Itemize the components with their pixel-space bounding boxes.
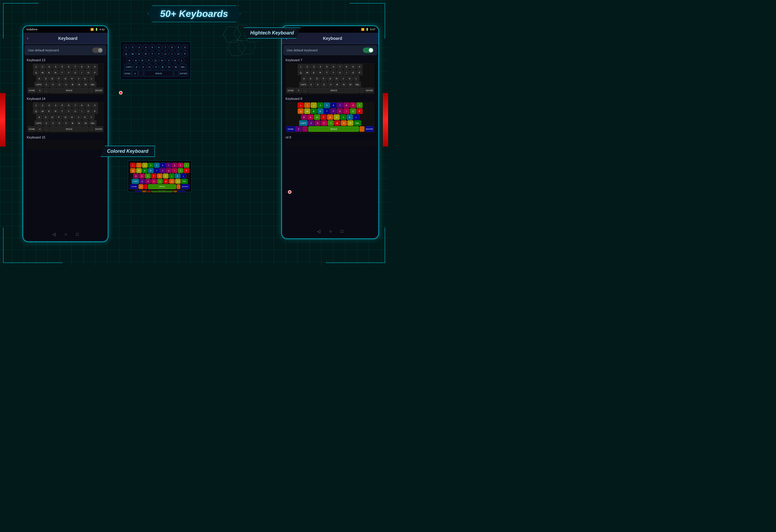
key[interactable]: K [172,57,178,63]
key[interactable]: Q [298,108,304,114]
key[interactable]: H [163,174,168,178]
key[interactable]: G [327,76,333,81]
key[interactable]: X [315,120,321,126]
key[interactable]: T [149,51,155,57]
key[interactable]: # [132,70,138,76]
key[interactable]: S [43,114,49,120]
key[interactable]: 4 [143,44,149,50]
keyboard-8[interactable]: 1 2 3 4 5 6 7 8 9 0 Q [285,102,375,133]
key-enter-7[interactable]: ENTER [365,88,374,93]
toggle-left[interactable] [92,47,103,53]
key[interactable]: 7 [337,102,343,108]
nav-home-right[interactable]: ○ [329,229,332,234]
key[interactable]: T [154,168,159,173]
key[interactable]: 3 [46,102,52,108]
key-enter[interactable]: ENTER [94,88,103,93]
key[interactable]: U [72,108,78,114]
key-done-14[interactable]: DONE [28,126,36,131]
key[interactable]: E [311,70,317,75]
key[interactable]: 9 [350,64,356,69]
key[interactable]: N [169,179,175,184]
key[interactable]: 4 [317,102,323,108]
key[interactable]: F [151,174,157,178]
key-space-7[interactable]: SPACE [309,88,359,93]
key-4[interactable]: 4 [53,64,58,69]
key[interactable]: L [353,76,359,81]
key[interactable]: 2 [304,102,310,108]
key[interactable]: 5 [149,44,155,50]
key-del-7[interactable]: DEL [354,82,361,87]
key-w[interactable]: W [39,70,45,75]
key[interactable]: X [315,82,321,87]
key[interactable]: B [69,120,75,126]
key-k[interactable]: K [82,76,88,81]
key[interactable]: S [133,57,139,63]
key[interactable]: O [178,168,183,173]
key[interactable]: V [153,64,159,70]
key[interactable]: G [153,57,159,63]
keyboard-7[interactable]: 1 2 3 4 5 6 7 8 9 0 Q [285,63,375,94]
key[interactable]: W [39,108,45,114]
key[interactable]: R [53,108,58,114]
key[interactable]: 1 [33,102,39,108]
key-6[interactable]: 6 [66,64,72,69]
key-p[interactable]: P [92,70,98,75]
key[interactable]: H [69,114,75,120]
key-caps-7[interactable]: CAPS [299,82,308,87]
key[interactable]: V [328,82,334,87]
key[interactable]: D [314,76,320,81]
key[interactable]: 0 [357,64,363,69]
key[interactable]: B [160,64,166,70]
key[interactable]: 5 [324,102,330,108]
key[interactable]: Y [331,70,336,75]
key[interactable]: 5 [154,163,159,168]
key-0[interactable]: 0 [92,64,98,69]
nav-back-right[interactable]: ◁ [317,229,320,234]
key[interactable]: X [146,179,151,184]
key-t[interactable]: T [59,70,65,75]
key[interactable]: T [59,108,65,114]
key-done-c[interactable]: DONE [130,184,138,189]
key[interactable]: O [350,70,356,75]
key[interactable]: 9 [178,163,183,168]
key[interactable]: R [148,168,154,173]
key-2[interactable]: 2 [39,64,45,69]
key-comma-8[interactable]: , [303,126,308,131]
key[interactable]: C [147,64,153,70]
key-caps-ht[interactable]: CAPS [125,64,133,70]
key[interactable]: 8 [169,44,175,50]
key-a[interactable]: A [36,76,42,81]
key[interactable]: 2 [136,163,142,168]
key-g[interactable]: G [62,76,68,81]
key[interactable]: 3 [311,102,317,108]
key[interactable]: U [337,70,343,75]
key-enter-ht[interactable]: ENTER [179,70,188,76]
key[interactable]: , [144,184,148,189]
key[interactable]: T [324,70,330,75]
key[interactable]: M [347,120,353,126]
key-caps-c[interactable]: CAPS [132,179,139,184]
key-e[interactable]: E [46,70,52,75]
key-c[interactable]: C [56,82,62,87]
key[interactable]: Y [156,51,162,57]
key[interactable]: 2 [39,102,45,108]
key-m[interactable]: M [83,82,88,87]
key[interactable]: H [159,57,165,63]
key[interactable]: G [327,114,333,120]
key-z[interactable]: Z [43,82,49,87]
key-done-8[interactable]: DONE [286,126,295,131]
key[interactable]: 3 [142,163,148,168]
key-s[interactable]: S [43,76,49,81]
key[interactable]: K [175,174,180,178]
key[interactable]: S [139,174,145,178]
key[interactable]: B [163,179,169,184]
key-comma-14[interactable]: , [44,126,49,131]
key-9[interactable]: 9 [85,64,91,69]
key[interactable]: H [334,114,340,120]
key[interactable]: E [136,51,142,57]
key-enter-14[interactable]: ENTER [94,126,103,131]
key[interactable]: 9 [85,102,91,108]
key[interactable]: T [324,108,330,114]
key-q[interactable]: Q [33,70,39,75]
key[interactable]: Y [331,108,336,114]
